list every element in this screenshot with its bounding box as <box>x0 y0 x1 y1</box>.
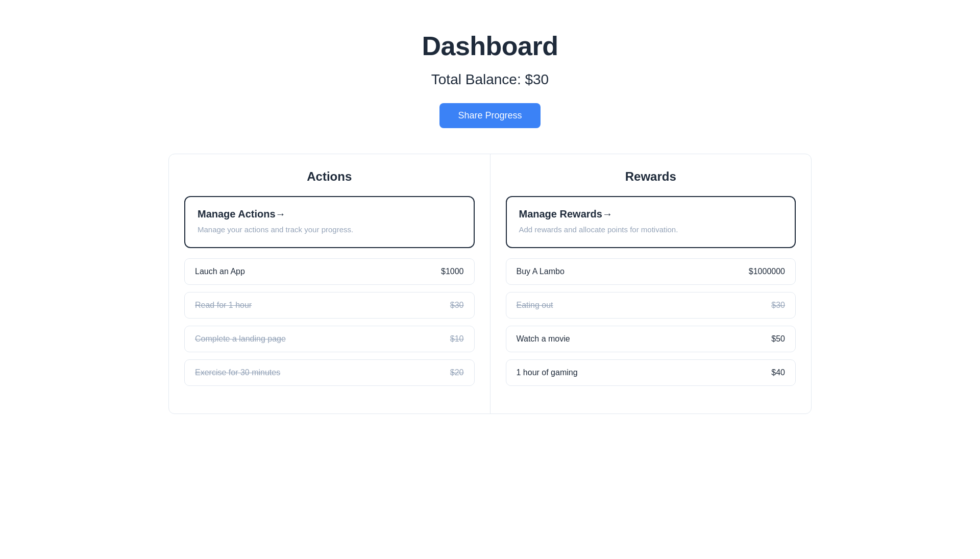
item-value: $30 <box>771 301 785 310</box>
item-value: $20 <box>450 368 464 377</box>
item-value: $1000000 <box>749 267 785 276</box>
total-balance: Total Balance: $30 <box>431 71 549 88</box>
item-label: 1 hour of gaming <box>517 368 578 377</box>
manage-rewards-card-title: Manage Rewards→ <box>519 208 783 220</box>
list-item[interactable]: Buy A Lambo $1000000 <box>506 258 796 285</box>
item-label: Complete a landing page <box>195 334 286 344</box>
manage-actions-card[interactable]: Manage Actions→ Manage your actions and … <box>184 196 475 248</box>
list-item[interactable]: Eating out $30 <box>506 292 796 319</box>
item-label: Read for 1 hour <box>195 301 252 310</box>
item-label: Lauch an App <box>195 267 245 276</box>
list-item[interactable]: 1 hour of gaming $40 <box>506 359 796 386</box>
page-title: Dashboard <box>422 31 558 61</box>
item-value: $30 <box>450 301 464 310</box>
item-label: Exercise for 30 minutes <box>195 368 280 377</box>
item-label: Buy A Lambo <box>517 267 565 276</box>
item-label: Eating out <box>517 301 553 310</box>
item-value: $10 <box>450 334 464 344</box>
manage-rewards-card[interactable]: Manage Rewards→ Add rewards and allocate… <box>506 196 796 248</box>
list-item[interactable]: Read for 1 hour $30 <box>184 292 475 319</box>
manage-actions-card-desc: Manage your actions and track your progr… <box>198 224 461 236</box>
list-item[interactable]: Complete a landing page $10 <box>184 326 475 352</box>
list-item[interactable]: Exercise for 30 minutes $20 <box>184 359 475 386</box>
share-progress-button[interactable]: Share Progress <box>439 103 540 128</box>
manage-actions-card-title: Manage Actions→ <box>198 208 461 220</box>
actions-panel: Actions Manage Actions→ Manage your acti… <box>169 154 491 414</box>
rewards-list: Buy A Lambo $1000000 Eating out $30 Watc… <box>506 258 796 386</box>
list-item[interactable]: Watch a movie $50 <box>506 326 796 352</box>
rewards-panel-title: Rewards <box>506 169 796 184</box>
item-value: $1000 <box>441 267 464 276</box>
item-value: $40 <box>771 368 785 377</box>
list-item[interactable]: Lauch an App $1000 <box>184 258 475 285</box>
actions-list: Lauch an App $1000 Read for 1 hour $30 C… <box>184 258 475 386</box>
item-label: Watch a movie <box>517 334 570 344</box>
item-value: $50 <box>771 334 785 344</box>
rewards-panel: Rewards Manage Rewards→ Add rewards and … <box>491 154 812 414</box>
manage-rewards-card-desc: Add rewards and allocate points for moti… <box>519 224 783 236</box>
panels-container: Actions Manage Actions→ Manage your acti… <box>168 154 812 414</box>
actions-panel-title: Actions <box>184 169 475 184</box>
